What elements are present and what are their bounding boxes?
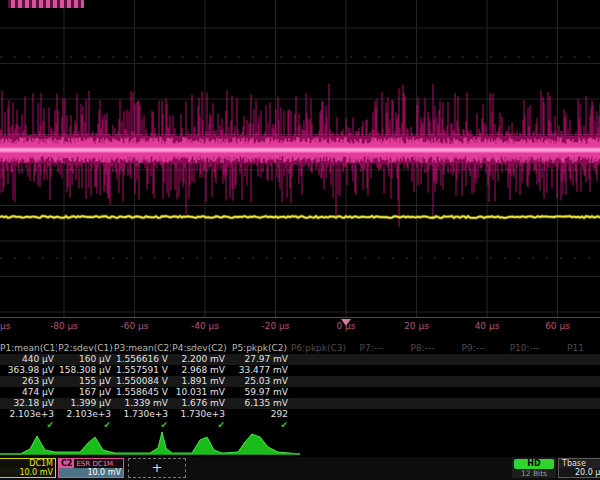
measurement-value: 1.730e+3 — [114, 409, 171, 420]
param-header-p9[interactable]: P9:--- — [448, 343, 499, 354]
param-header-p11[interactable]: P11 — [550, 343, 600, 354]
measurement-value — [550, 354, 600, 365]
measurement-value — [291, 409, 346, 420]
param-header-p5[interactable]: P5:pkpk(C2) — [228, 343, 291, 354]
time-axis-label: -20 µs — [262, 321, 290, 331]
measurement-value — [550, 365, 600, 376]
measurement-value: 1.557591 V — [114, 365, 171, 376]
measurement-value — [397, 409, 448, 420]
param-header-p6[interactable]: P6:pkpk(C3) — [291, 343, 346, 354]
measurement-value: 474 µV — [0, 387, 57, 398]
measurement-value — [291, 387, 346, 398]
time-axis-label: -60 µs — [121, 321, 149, 331]
measurement-value: 25.03 mV — [228, 376, 291, 387]
measurement-value — [448, 398, 499, 409]
channel-c2-descriptor[interactable]: C2 ESR DC1M 10.0 mV — [58, 458, 124, 478]
measurement-value: 1.891 mV — [171, 376, 228, 387]
time-axis-label: -40 µs — [191, 321, 219, 331]
measurement-table[interactable]: P1:mean(C1)P2:sdev(C1)P3:mean(C2)P4:sdev… — [0, 343, 600, 431]
measurement-value — [550, 409, 600, 420]
measurement-value — [346, 365, 397, 376]
measurement-value — [397, 398, 448, 409]
measurement-value: 2.200 mV — [171, 354, 228, 365]
bottom-bar: DC1M 10.0 mV C2 ESR DC1M 10.0 mV + HD 12… — [0, 457, 600, 480]
timebase-label: Tbase — [559, 459, 600, 468]
measurement-value: 1.339 mV — [114, 398, 171, 409]
measurement-value: 167 µV — [57, 387, 114, 398]
measurement-value — [397, 376, 448, 387]
measurement-value: 1.730e+3 — [171, 409, 228, 420]
timebase-descriptor[interactable]: Tbase 20.0 µs — [558, 458, 600, 478]
param-header-p7[interactable]: P7:--- — [346, 343, 397, 354]
param-header-p2[interactable]: P2:sdev(C1) — [57, 343, 114, 354]
measurement-value — [346, 354, 397, 365]
measurement-value — [448, 365, 499, 376]
measurement-value: 59.97 mV — [228, 387, 291, 398]
param-header-p4[interactable]: P4:sdev(C2) — [171, 343, 228, 354]
param-header-p1[interactable]: P1:mean(C1) — [0, 343, 57, 354]
measurement-value — [499, 365, 550, 376]
hd-bits-label: 12 Bits — [512, 469, 556, 478]
measurement-value — [346, 409, 397, 420]
param-header-p3[interactable]: P3:mean(C2) — [114, 343, 171, 354]
histogram-trace — [0, 429, 600, 456]
measurement-value — [499, 387, 550, 398]
measurement-value — [499, 398, 550, 409]
measurement-value — [346, 376, 397, 387]
c2-coupling: ESR DC1M — [74, 459, 113, 469]
add-trace-button[interactable]: + — [128, 458, 186, 478]
measurement-value — [291, 365, 346, 376]
measurement-value: 2.103e+3 — [0, 409, 57, 420]
param-header-p8[interactable]: P8:--- — [397, 343, 448, 354]
c1-vertical-scale: 10.0 mV — [0, 468, 55, 477]
measurement-value — [448, 376, 499, 387]
oscilloscope-screen: -100 µs-80 µs-60 µs-40 µs-20 µs0 µs20 µs… — [0, 0, 600, 480]
time-axis-label: 60 µs — [545, 321, 570, 331]
trace-label[interactable] — [8, 0, 84, 8]
measurement-value: 363.98 µV — [0, 365, 57, 376]
measurement-value: 1.558645 V — [114, 387, 171, 398]
measurement-value: 1.399 µV — [57, 398, 114, 409]
measurement-value: 160 µV — [57, 354, 114, 365]
timebase-value: 20.0 µs — [559, 468, 600, 477]
waveform-display[interactable] — [0, 0, 600, 317]
time-axis-label: -100 µs — [0, 321, 10, 331]
measurement-value: 440 µV — [0, 354, 57, 365]
c1-coupling: DC1M — [0, 459, 55, 468]
time-axis-label: 40 µs — [475, 321, 500, 331]
measurement-value — [448, 409, 499, 420]
measurement-value: 2.103e+3 — [57, 409, 114, 420]
measurement-value — [499, 409, 550, 420]
measurement-value: 2.968 mV — [171, 365, 228, 376]
measurement-value: 1.550084 V — [114, 376, 171, 387]
channel-c1-descriptor[interactable]: DC1M 10.0 mV — [0, 458, 56, 478]
measurement-value — [550, 376, 600, 387]
time-axis-label: 0 µs — [336, 321, 355, 331]
measurement-value — [291, 398, 346, 409]
measurement-value — [397, 354, 448, 365]
time-axis-label: 20 µs — [404, 321, 429, 331]
measurement-value — [346, 387, 397, 398]
measurement-value — [499, 354, 550, 365]
measurement-value — [499, 376, 550, 387]
hd-mode-indicator[interactable]: HD 12 Bits — [512, 458, 556, 478]
measurement-value — [550, 387, 600, 398]
measurement-value: 292 — [228, 409, 291, 420]
measurement-value: 32.18 µV — [0, 398, 57, 409]
measurement-value: 1.556616 V — [114, 354, 171, 365]
measurement-value: 6.135 mV — [228, 398, 291, 409]
measurement-value — [448, 387, 499, 398]
measurement-value: 263 µV — [0, 376, 57, 387]
measurement-value — [346, 398, 397, 409]
c2-vertical-scale: 10.0 mV — [59, 468, 123, 477]
param-header-p10[interactable]: P10:--- — [499, 343, 550, 354]
measurement-value: 158.308 µV — [57, 365, 114, 376]
time-axis: -100 µs-80 µs-60 µs-40 µs-20 µs0 µs20 µs… — [0, 317, 600, 338]
time-axis-label: -80 µs — [50, 321, 78, 331]
hd-badge: HD — [514, 459, 554, 469]
measurement-value: 33.477 mV — [228, 365, 291, 376]
measurement-value: 27.97 mV — [228, 354, 291, 365]
measurement-value: 10.031 mV — [171, 387, 228, 398]
measurement-value: 1.676 mV — [171, 398, 228, 409]
measurement-value — [550, 398, 600, 409]
